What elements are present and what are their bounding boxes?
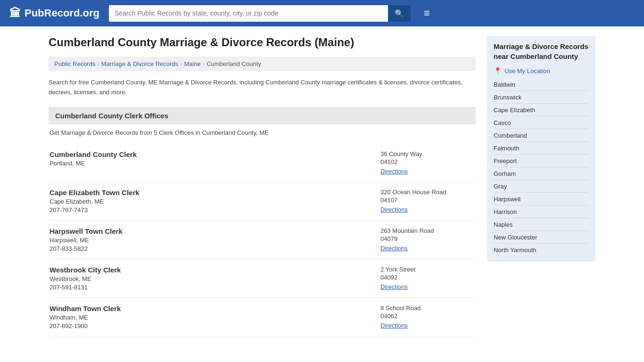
directions-link[interactable]: Directions [380, 168, 408, 175]
main-content: Cumberland County Marriage & Divorce Rec… [49, 36, 476, 337]
logo-icon: 🏛 [9, 7, 21, 20]
clerk-phone: 207-767-7473 [50, 206, 140, 214]
clerk-info-left: Cumberland County Clerk Portland, ME [50, 150, 137, 168]
clerk-address: 2 York Street [380, 266, 475, 273]
search-bar: 🔍 [109, 5, 411, 22]
sidebar-item-harrison[interactable]: Harrison [494, 208, 517, 215]
sidebar-item-naples[interactable]: Naples [494, 221, 512, 228]
sidebar-item-casco[interactable]: Casco [494, 119, 511, 126]
use-my-location[interactable]: 📍 Use My Location [494, 67, 589, 74]
clerk-city: Harpswell, ME [50, 237, 123, 244]
list-item: Gorham [494, 167, 589, 180]
sidebar-item-cape-elizabeth[interactable]: Cape Elizabeth [494, 107, 535, 114]
site-logo[interactable]: 🏛 PubRecord.org [9, 7, 99, 20]
sidebar-item-gray[interactable]: Gray [494, 183, 507, 190]
sidebar-item-brunswick[interactable]: Brunswick [494, 94, 521, 101]
search-icon: 🔍 [395, 9, 404, 17]
list-item: Cumberland [494, 129, 589, 142]
main-container: Cumberland County Marriage & Divorce Rec… [39, 26, 605, 346]
clerk-name: Windham Town Clerk [50, 304, 121, 313]
list-item: North Yarmouth [494, 244, 589, 256]
sidebar: Marriage & Divorce Records near Cumberla… [487, 36, 595, 337]
clerk-city: Cape Elizabeth, ME [50, 198, 140, 205]
table-row: Cumberland County Clerk Portland, ME 36 … [49, 144, 476, 182]
nearby-list: BaldwinBrunswickCape ElizabethCascoCumbe… [494, 78, 589, 256]
list-item: Freeport [494, 155, 589, 167]
menu-button[interactable]: ≡ [420, 6, 434, 20]
list-item: Naples [494, 218, 589, 231]
clerk-city: Windham, ME [50, 314, 121, 321]
breadcrumb-public-records[interactable]: Public Records [54, 60, 95, 67]
breadcrumb-sep-1: › [97, 60, 99, 67]
clerk-section-header: Cumberland County Clerk Offices [49, 107, 476, 124]
clerk-section-subtitle: Get Marriage & Divorce Records from 5 Cl… [49, 129, 476, 136]
table-row: Windham Town Clerk Windham, ME 207-892-1… [49, 298, 476, 337]
table-row: Westbrook City Clerk Westbrook, ME 207-5… [49, 259, 476, 298]
clerk-address: 36 County Way [380, 150, 475, 157]
list-item: New Gloucester [494, 231, 589, 244]
sidebar-box: Marriage & Divorce Records near Cumberla… [487, 36, 595, 262]
clerk-name: Cape Elizabeth Town Clerk [50, 189, 140, 197]
clerk-info-left: Harpswell Town Clerk Harpswell, ME 207-8… [50, 227, 123, 252]
list-item: Harpswell [494, 193, 589, 206]
clerk-info-left: Cape Elizabeth Town Clerk Cape Elizabeth… [50, 189, 140, 214]
location-icon: 📍 [494, 67, 502, 74]
clerk-phone: 207-892-1900 [50, 322, 121, 329]
sidebar-item-harpswell[interactable]: Harpswell [494, 196, 520, 203]
sidebar-item-baldwin[interactable]: Baldwin [494, 81, 515, 88]
clerk-zip: 04102 [380, 158, 475, 165]
directions-link[interactable]: Directions [380, 322, 408, 329]
table-row: Cape Elizabeth Town Clerk Cape Elizabeth… [49, 182, 476, 221]
directions-link[interactable]: Directions [380, 245, 408, 252]
breadcrumb-current: Cumberland County [206, 60, 261, 67]
clerk-phone: 207-833-5822 [50, 245, 123, 252]
sidebar-item-gorham[interactable]: Gorham [494, 170, 516, 177]
sidebar-item-falmouth[interactable]: Falmouth [494, 145, 519, 152]
clerk-info-right: 36 County Way 04102 Directions [380, 150, 475, 175]
clerk-address: 320 Ocean House Road [380, 189, 475, 196]
logo-text: PubRecord.org [25, 7, 99, 19]
directions-link[interactable]: Directions [380, 206, 408, 213]
list-item: Cape Elizabeth [494, 104, 589, 116]
clerk-city: Portland, ME [50, 160, 137, 167]
clerk-zip: 04062 [380, 313, 475, 320]
table-row: Harpswell Town Clerk Harpswell, ME 207-8… [49, 221, 476, 259]
search-button[interactable]: 🔍 [388, 5, 411, 22]
clerk-zip: 04079 [380, 235, 475, 242]
sidebar-title: Marriage & Divorce Records near Cumberla… [494, 41, 589, 61]
list-item: Falmouth [494, 142, 589, 155]
clerk-info-right: 2 York Street 04092 Directions [380, 266, 475, 290]
clerk-name: Cumberland County Clerk [50, 150, 137, 158]
search-input[interactable] [109, 5, 388, 22]
list-item: Harrison [494, 206, 589, 218]
clerk-info-left: Westbrook City Clerk Westbrook, ME 207-5… [50, 266, 121, 291]
clerk-zip: 04092 [380, 274, 475, 281]
sidebar-item-freeport[interactable]: Freeport [494, 157, 517, 165]
site-header: 🏛 PubRecord.org 🔍 ≡ [0, 0, 644, 26]
list-item: Baldwin [494, 78, 589, 91]
list-item: Casco [494, 116, 589, 129]
sidebar-item-north-yarmouth[interactable]: North Yarmouth [494, 247, 537, 254]
list-item: Gray [494, 180, 589, 193]
breadcrumb: Public Records › Marriage & Divorce Reco… [49, 57, 476, 71]
breadcrumb-maine[interactable]: Maine [184, 60, 200, 67]
clerk-city: Westbrook, ME [50, 275, 121, 282]
clerk-name: Harpswell Town Clerk [50, 227, 123, 235]
sidebar-item-cumberland[interactable]: Cumberland [494, 132, 527, 139]
clerk-zip: 04107 [380, 197, 475, 204]
hamburger-icon: ≡ [424, 7, 430, 19]
clerk-address: 8 School Road [380, 304, 475, 312]
page-description: Search for free Cumberland County, ME Ma… [49, 78, 476, 98]
clerk-list: Cumberland County Clerk Portland, ME 36 … [49, 144, 476, 337]
clerk-phone: 207-591-8131 [50, 284, 121, 291]
clerk-info-left: Windham Town Clerk Windham, ME 207-892-1… [50, 304, 121, 329]
use-location-label: Use My Location [504, 67, 550, 74]
directions-link[interactable]: Directions [380, 283, 408, 290]
sidebar-item-new-gloucester[interactable]: New Gloucester [494, 234, 537, 241]
page-title: Cumberland County Marriage & Divorce Rec… [49, 36, 476, 49]
list-item: Brunswick [494, 91, 589, 104]
breadcrumb-sep-2: › [180, 60, 182, 67]
clerk-info-right: 8 School Road 04062 Directions [380, 304, 475, 329]
breadcrumb-marriage-divorce[interactable]: Marriage & Divorce Records [101, 60, 178, 67]
clerk-info-right: 263 Mountain Road 04079 Directions [380, 227, 475, 252]
